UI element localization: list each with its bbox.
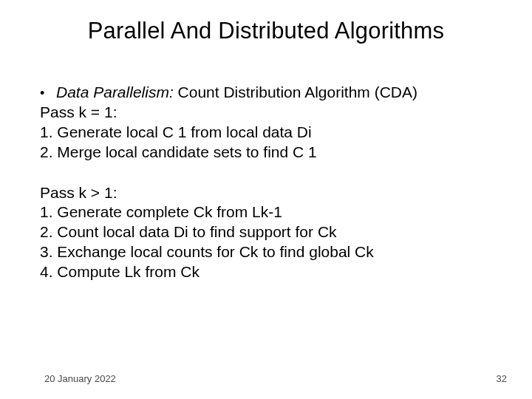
footer-date: 20 January 2022 [44,373,116,384]
slide-body: • Data Parallelism: Count Distribution A… [40,83,492,282]
slide: Parallel And Distributed Algorithms • Da… [0,0,532,399]
footer-page-number: 32 [497,373,507,384]
pass2-line-1: 1. Generate complete Ck from Lk-1 [40,202,492,222]
bullet-line: • Data Parallelism: Count Distribution A… [40,83,492,103]
pass2-line-4: 4. Compute Lk from Ck [40,262,492,282]
pass2-heading: Pass k > 1: [40,183,492,203]
pass1-line-2: 2. Merge local candidate sets to find C … [40,143,492,163]
bullet-rest: Count Distribution Algorithm (CDA) [174,83,417,100]
bullet-text: Data Parallelism: Count Distribution Alg… [56,83,417,103]
slide-title: Parallel And Distributed Algorithms [0,18,532,44]
bullet-term: Data Parallelism: [56,83,174,100]
pass2-block: Pass k > 1: 1. Generate complete Ck from… [40,183,492,282]
pass1-block: Pass k = 1: 1. Generate local C 1 from l… [40,103,492,163]
bullet-dot-icon: • [40,85,56,102]
pass2-line-2: 2. Count local data Di to find support f… [40,222,492,242]
pass1-heading: Pass k = 1: [40,103,492,123]
pass2-line-3: 3. Exchange local counts for Ck to find … [40,242,492,262]
pass1-line-1: 1. Generate local C 1 from local data Di [40,123,492,143]
